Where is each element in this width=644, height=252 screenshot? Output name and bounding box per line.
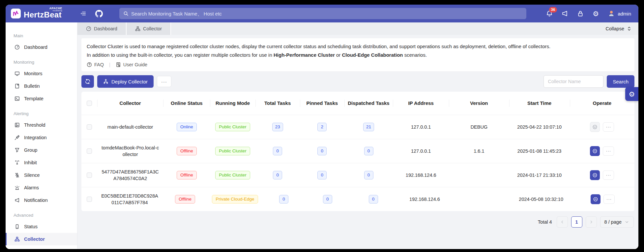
prev-page-button[interactable] (557, 216, 568, 228)
sidebar-item-monitors[interactable]: Monitors (6, 67, 77, 80)
page-size-select[interactable]: 8 / page (600, 216, 634, 228)
question-circle-icon (87, 62, 92, 67)
notification-count-badge: 36 (549, 7, 557, 13)
collector-name-input[interactable] (543, 75, 603, 88)
table-row: main-default-collector Online Public Clu… (81, 115, 634, 139)
user-menu[interactable]: admin (608, 10, 631, 17)
settings-gear-icon[interactable]: ⚙ (593, 10, 599, 17)
sidebar-item-collector[interactable]: Collector (6, 233, 77, 245)
ellipsis-icon: ··· (606, 196, 612, 202)
up-down-chevron-icon (627, 26, 632, 31)
faq-link[interactable]: FAQ (87, 62, 104, 67)
notifications-bell-icon[interactable]: 36 (546, 10, 553, 17)
monitor-icon (15, 71, 20, 76)
sidebar-item-integration[interactable]: Integration (6, 131, 77, 144)
pinned-tasks-badge: 0 (317, 147, 327, 156)
settings-drawer-button[interactable]: ⚙ (625, 87, 638, 101)
dispatched-tasks-badge: 0 (364, 147, 373, 156)
row-checkbox[interactable] (87, 173, 92, 178)
cell-ip: 192.168.124.6 (397, 193, 452, 205)
cell-collector-name: 5477D47AEE86758F1A3CA7840574C0A2 (97, 166, 163, 185)
col-ip-address: IP Address (393, 97, 449, 109)
dispatched-tasks-badge: 21 (363, 123, 374, 132)
row-checkbox[interactable] (87, 148, 92, 154)
alarm-bell-icon (15, 185, 20, 190)
total-tasks-badge: 0 (273, 171, 282, 180)
sidebar-item-silence[interactable]: Silence (6, 169, 77, 181)
row-checkbox[interactable] (87, 124, 92, 130)
total-tasks-badge: 23 (272, 123, 283, 132)
cell-version: 1.6.1 (449, 145, 509, 157)
sidebar-group-advanced: Advanced (6, 211, 77, 219)
collapse-tabs-control[interactable]: Collapse (606, 26, 638, 31)
status-badge: Offline (177, 171, 197, 180)
select-all-checkbox[interactable] (87, 101, 92, 106)
tab-dashboard[interactable]: Dashboard (77, 22, 127, 35)
chevron-left-icon (560, 219, 565, 225)
cell-start-time: 2025-01-08 11:45:23 (509, 145, 570, 157)
calculator-icon (15, 122, 20, 128)
row-more-button[interactable]: ··· (603, 171, 614, 180)
pinned-tasks-badge: 0 (323, 195, 332, 204)
dispatched-tasks-badge: 0 (364, 171, 373, 180)
table-row: tomdeMacBook-Pro.local-collector Offline… (81, 139, 634, 163)
status-badge: Online (177, 123, 197, 132)
hertzbeat-logo-icon (11, 9, 21, 18)
global-search-input[interactable] (131, 11, 522, 16)
online-collector-button[interactable] (590, 170, 600, 180)
terminal-icon (15, 96, 20, 101)
offline-collector-button[interactable] (590, 122, 600, 132)
megaphone-icon (15, 198, 20, 203)
sidebar-item-inhibit[interactable]: Inhibit (6, 156, 77, 169)
sidebar-item-threshold[interactable]: Threshold (6, 119, 77, 131)
announcement-icon[interactable] (562, 10, 568, 17)
status-badge: Offline (177, 147, 197, 156)
brand[interactable]: HertzBeat APACHE incubating (6, 8, 77, 19)
collector-toolbar: Deploy Collector ··· Search (81, 75, 634, 88)
total-tasks-badge: 0 (273, 147, 282, 156)
global-search (119, 8, 526, 19)
row-more-button[interactable]: ··· (603, 146, 614, 156)
more-actions-button[interactable]: ··· (157, 76, 171, 87)
online-collector-button[interactable] (591, 194, 600, 204)
intro-line-1: Collector Cluster is used to manage regi… (87, 42, 629, 51)
pagination: Total 4 1 8 / page (82, 216, 634, 228)
github-icon[interactable] (95, 10, 103, 17)
sidebar-item-alarms[interactable]: Alarms (6, 181, 77, 194)
search-button[interactable]: Search (607, 75, 634, 88)
col-version: Version (449, 97, 509, 109)
sidebar-item-dashboard[interactable]: Dashboard (6, 41, 77, 53)
sidebar-item-group[interactable]: Group (6, 144, 77, 156)
sidebar-collapse-trigger-icon[interactable] (80, 11, 86, 16)
row-more-button[interactable]: ··· (603, 195, 615, 204)
row-checkbox[interactable] (87, 197, 92, 202)
next-page-button[interactable] (586, 216, 597, 228)
tab-collector[interactable]: Collector (127, 22, 171, 35)
sidebar-item-notification[interactable]: Notification (6, 194, 77, 206)
col-pinned-tasks: Pinned Tasks (300, 97, 344, 109)
circle-arrow-up-icon (592, 148, 598, 154)
intro-line-2: In addition to using the built-in collec… (87, 51, 629, 59)
avatar (608, 10, 615, 17)
sidebar: Main Dashboard Monitoring Monitors Bulle… (6, 22, 77, 249)
table-row: 5477D47AEE86758F1A3CA7840574C0A2 Offline… (81, 163, 634, 187)
branch-icon (15, 160, 20, 165)
mode-badge: Public Cluster (215, 171, 250, 180)
ellipsis-icon: ··· (606, 172, 611, 178)
sidebar-item-status[interactable]: Status (6, 220, 77, 233)
circle-arrow-up-icon (592, 173, 598, 178)
user-guide-link[interactable]: User Guide (116, 62, 147, 67)
sidebar-item-bulletin[interactable]: Bulletin (6, 80, 77, 92)
col-running-mode: Running Mode (210, 97, 255, 109)
navbar-actions: 36 ⚙ admin (546, 10, 638, 17)
deploy-collector-button[interactable]: Deploy Collector (97, 75, 154, 88)
online-collector-button[interactable] (590, 146, 600, 156)
gear-icon: ⚙ (629, 91, 635, 98)
sidebar-item-template[interactable]: Template (6, 92, 77, 105)
gauge-icon (86, 26, 91, 31)
row-more-button[interactable]: ··· (603, 122, 614, 132)
plug-icon (15, 135, 20, 140)
refresh-button[interactable] (81, 75, 94, 88)
page-number-button[interactable]: 1 (571, 216, 582, 228)
lock-icon[interactable] (577, 10, 584, 17)
